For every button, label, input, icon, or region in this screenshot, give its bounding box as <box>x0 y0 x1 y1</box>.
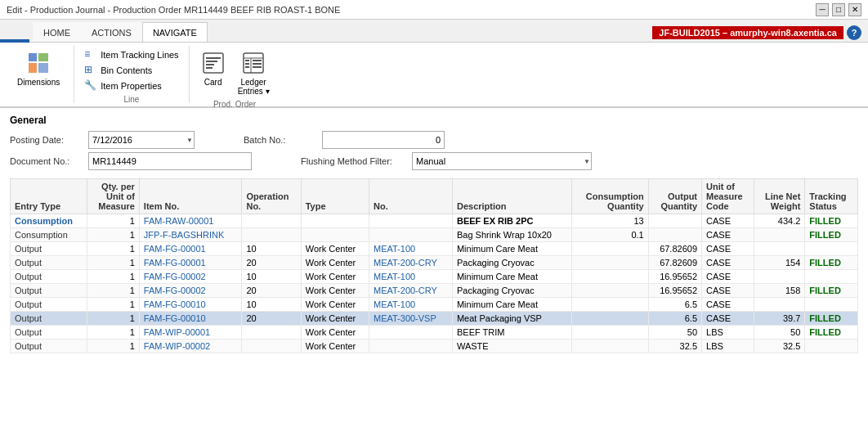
table-row[interactable]: Output 1 FAM-FG-00001 20 Work Center MEA… <box>11 256 858 270</box>
document-no-input[interactable] <box>88 152 252 170</box>
cell-line-net-weight <box>754 242 804 256</box>
cell-item-no[interactable]: FAM-FG-00002 <box>139 284 242 298</box>
cell-consumption-qty <box>571 326 648 340</box>
cell-item-no[interactable]: FAM-FG-00010 <box>139 298 242 312</box>
cell-consumption-qty <box>571 256 648 270</box>
cell-description: Minimum Care Meat <box>452 298 571 312</box>
ledger-entries-btn[interactable]: LedgerEntries ▾ <box>234 47 274 98</box>
table-row[interactable]: Output 1 FAM-WIP-00002 Work Center WASTE… <box>11 340 858 353</box>
cell-no[interactable]: MEAT-200-CRY <box>369 256 452 270</box>
col-tracking-status: TrackingStatus <box>805 179 858 214</box>
cell-item-no[interactable]: FAM-WIP-00002 <box>139 340 242 353</box>
ribbon-line-label: Line <box>123 93 139 104</box>
table-row[interactable]: Consumption 1 JFP-F-BAGSHRINK Bag Shrink… <box>11 228 858 242</box>
cell-description: BEEF TRIM <box>452 326 571 340</box>
table-row[interactable]: Output 1 FAM-FG-00010 10 Work Center MEA… <box>11 298 858 312</box>
posting-date-field: Posting Date: ▼ <box>10 131 195 149</box>
table-row[interactable]: Output 1 FAM-WIP-00001 Work Center BEEF … <box>11 326 858 340</box>
cell-item-no[interactable]: JFP-F-BAGSHRINK <box>139 228 242 242</box>
table-row[interactable]: Consumption 1 FAM-RAW-00001 BEEF EX RIB … <box>11 214 858 228</box>
cell-operation-no: 10 <box>242 242 301 256</box>
tracking-status-filled: FILLED <box>809 258 841 268</box>
tab-home[interactable]: HOME <box>33 22 81 42</box>
cell-description: Packaging Cryovac <box>452 256 571 270</box>
minimize-btn[interactable]: ─ <box>816 3 829 16</box>
col-no: No. <box>369 179 452 214</box>
item-properties-btn[interactable]: 🔧 Item Properties <box>81 79 181 93</box>
help-btn[interactable]: ? <box>847 25 861 40</box>
tab-actions[interactable]: ACTIONS <box>81 22 142 42</box>
col-line-net-weight: Line NetWeight <box>754 179 804 214</box>
title-bar: Edit - Production Journal - Production O… <box>0 0 868 20</box>
cell-tracking-status: FILLED <box>805 312 858 326</box>
cell-entry-type: Consumption <box>11 228 87 242</box>
cell-output-qty: 67.82609 <box>648 242 701 256</box>
cell-item-no[interactable]: FAM-WIP-00001 <box>139 326 242 340</box>
cell-tracking-status: FILLED <box>805 214 858 228</box>
form-row-1: Posting Date: ▼ Batch No.: <box>10 131 858 149</box>
cell-no[interactable]: MEAT-200-CRY <box>369 284 452 298</box>
tracking-status-filled: FILLED <box>809 327 841 337</box>
svg-rect-16 <box>245 66 249 68</box>
restore-btn[interactable]: □ <box>832 3 845 16</box>
table-body: Consumption 1 FAM-RAW-00001 BEEF EX RIB … <box>11 214 858 353</box>
col-entry-type: Entry Type <box>11 179 87 214</box>
cell-description: Minimum Care Meat <box>452 270 571 284</box>
tracking-status-filled: FILLED <box>809 286 841 295</box>
journal-table: Entry Type Qty. perUnit ofMeasure Item N… <box>10 178 858 353</box>
general-section-title: General <box>10 115 858 126</box>
item-tracking-lines-btn[interactable]: ≡ Item Tracking Lines <box>81 47 181 62</box>
bin-contents-btn[interactable]: ⊞ Bin Contents <box>81 63 181 78</box>
cell-uom-code: LBS <box>702 326 754 340</box>
svg-rect-15 <box>253 63 262 65</box>
svg-rect-8 <box>206 67 213 69</box>
title-text: Edit - Production Journal - Production O… <box>7 5 340 15</box>
posting-date-input[interactable] <box>88 131 195 149</box>
cell-operation-no <box>242 228 301 242</box>
table-row[interactable]: Output 1 FAM-FG-00001 10 Work Center MEA… <box>11 242 858 256</box>
cell-uom-code: CASE <box>702 270 754 284</box>
table-row[interactable]: Output 1 FAM-FG-00002 20 Work Center MEA… <box>11 284 858 298</box>
dimensions-btn[interactable]: Dimensions <box>13 47 64 89</box>
cell-operation-no: 10 <box>242 270 301 284</box>
bin-contents-label: Bin Contents <box>101 65 152 75</box>
card-btn[interactable]: Card <box>196 47 230 89</box>
svg-rect-12 <box>245 60 249 61</box>
window-controls: ─ □ ✕ <box>816 3 861 16</box>
cell-tracking-status <box>805 340 858 353</box>
cell-description: Bag Shrink Wrap 10x20 <box>452 228 571 242</box>
cell-operation-no <box>242 340 301 353</box>
cell-tracking-status: FILLED <box>805 284 858 298</box>
posting-date-label: Posting Date: <box>10 135 83 145</box>
cell-item-no[interactable]: FAM-FG-00001 <box>139 242 242 256</box>
document-no-label: Document No.: <box>10 156 83 166</box>
col-uom-code: Unit ofMeasureCode <box>702 179 754 214</box>
cell-no[interactable]: MEAT-100 <box>369 270 452 284</box>
cell-item-no[interactable]: FAM-FG-00001 <box>139 256 242 270</box>
table-row[interactable]: Output 1 FAM-FG-00002 10 Work Center MEA… <box>11 270 858 284</box>
cell-description: WASTE <box>452 340 571 353</box>
table-container: Entry Type Qty. perUnit ofMeasure Item N… <box>10 173 858 353</box>
cell-item-no[interactable]: FAM-FG-00010 <box>139 312 242 326</box>
cell-item-no[interactable]: FAM-FG-00002 <box>139 270 242 284</box>
flushing-method-input[interactable] <box>412 152 592 170</box>
cell-output-qty: 32.5 <box>648 340 701 353</box>
item-tracking-label: Item Tracking Lines <box>101 50 178 60</box>
cell-entry-type: Output <box>11 312 87 326</box>
item-properties-icon: 🔧 <box>84 79 97 92</box>
cell-no[interactable]: MEAT-300-VSP <box>369 312 452 326</box>
cell-uom-code: CASE <box>702 312 754 326</box>
table-row[interactable]: Output 1 FAM-FG-00010 20 Work Center MEA… <box>11 312 858 326</box>
cell-qty-uom: 1 <box>87 284 140 298</box>
cell-no[interactable]: MEAT-100 <box>369 242 452 256</box>
ribbon-line-items: ≡ Item Tracking Lines ⊞ Bin Contents 🔧 I… <box>81 47 181 93</box>
cell-item-no[interactable]: FAM-RAW-00001 <box>139 214 242 228</box>
cell-entry-type: Output <box>11 270 87 284</box>
close-btn[interactable]: ✕ <box>848 3 861 16</box>
batch-no-input[interactable] <box>322 131 445 149</box>
svg-rect-1 <box>38 53 48 61</box>
tab-navigate[interactable]: NAVIGATE <box>142 22 208 42</box>
cell-tracking-status: FILLED <box>805 256 858 270</box>
cell-no[interactable]: MEAT-100 <box>369 298 452 312</box>
cell-tracking-status <box>805 242 858 256</box>
